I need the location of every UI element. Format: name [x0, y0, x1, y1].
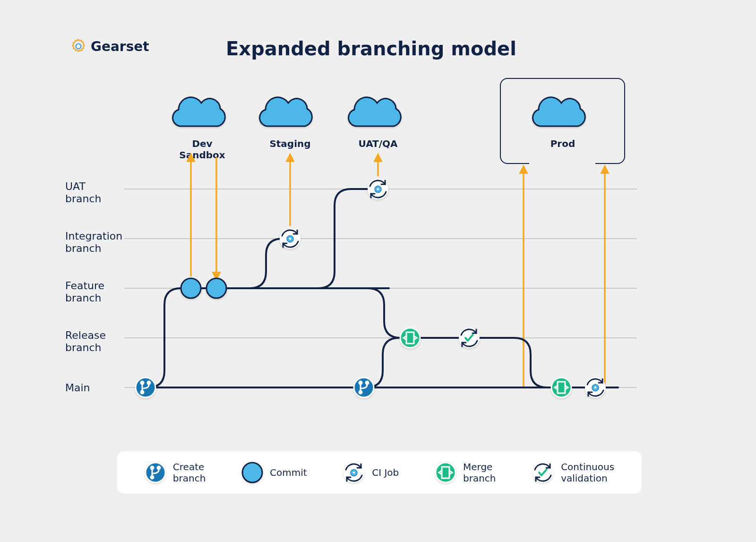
legend-label: Merge branch	[463, 461, 496, 484]
legend-item: CI Job	[343, 461, 399, 484]
continuous-validation-icon	[459, 327, 480, 348]
legend-item: Merge branch	[435, 461, 496, 484]
cloud-icon	[348, 97, 401, 126]
legend: Create branch Commit CI Job Merge branch…	[117, 451, 642, 494]
cloud-icon	[259, 97, 312, 126]
commit-icon	[206, 278, 226, 298]
create-branch-icon	[136, 378, 155, 397]
legend-item: Continuous validation	[532, 461, 614, 484]
ci-job-icon	[585, 377, 606, 398]
ci-job-icon	[280, 228, 301, 249]
legend-label: Create branch	[173, 461, 206, 484]
ci-job-icon	[368, 179, 388, 199]
merge-branch-icon	[400, 328, 420, 348]
cloud-icon	[172, 97, 225, 126]
diagram-canvas	[75, 38, 683, 502]
legend-item: Create branch	[145, 461, 206, 484]
legend-item: Commit	[241, 462, 307, 483]
legend-label: Commit	[270, 467, 307, 478]
legend-label: Continuous validation	[561, 461, 614, 484]
merge-branch-icon	[551, 378, 571, 397]
create-branch-icon	[354, 378, 374, 397]
commit-icon	[181, 278, 201, 298]
legend-label: CI Job	[372, 467, 399, 478]
cloud-icon	[533, 97, 585, 126]
